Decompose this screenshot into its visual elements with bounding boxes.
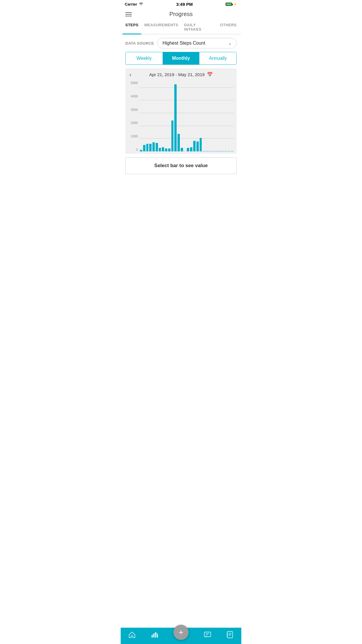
period-monthly[interactable]: Monthly xyxy=(163,52,200,64)
bars-wrapper xyxy=(139,81,234,151)
bar[interactable] xyxy=(152,142,155,151)
y-label-1: 1000 xyxy=(128,135,139,138)
y-label-3: 3000 xyxy=(128,108,139,111)
bar[interactable] xyxy=(143,145,145,151)
bar[interactable] xyxy=(181,148,183,151)
bar[interactable] xyxy=(206,151,208,151)
chart-header: ‹ Apr 21, 2019 - May 21, 2019 📅 xyxy=(128,72,234,77)
y-axis: 0 1000 2000 3000 4000 5000 xyxy=(128,81,139,151)
chart-date-range: Apr 21, 2019 - May 21, 2019 xyxy=(149,72,205,77)
status-time: 3:49 PM xyxy=(176,2,193,7)
bar[interactable] xyxy=(140,150,142,151)
data-source-row: DATA SOURCE Highest Steps Count ⌄ xyxy=(121,34,241,52)
y-label-2: 2000 xyxy=(128,121,139,125)
bar[interactable] xyxy=(212,151,215,151)
bar[interactable] xyxy=(225,151,227,151)
bar[interactable] xyxy=(187,148,189,151)
bar[interactable] xyxy=(165,148,167,151)
bar[interactable] xyxy=(228,151,230,151)
bar[interactable] xyxy=(231,151,233,151)
data-source-selected: Highest Steps Count xyxy=(162,41,205,46)
period-weekly[interactable]: Weekly xyxy=(126,52,163,64)
bar[interactable] xyxy=(215,151,217,151)
status-right: ⚡ xyxy=(226,2,237,6)
bar[interactable] xyxy=(159,148,161,151)
bolt-icon: ⚡ xyxy=(233,2,237,6)
period-toggle: Weekly Monthly Annually xyxy=(125,52,237,65)
tab-steps[interactable]: STEPS xyxy=(122,20,141,34)
bar[interactable] xyxy=(156,143,158,151)
bar[interactable] xyxy=(174,84,177,151)
calendar-icon[interactable]: 📅 xyxy=(207,72,213,77)
bar[interactable] xyxy=(190,147,192,151)
page-title: Progress xyxy=(169,11,193,18)
bar[interactable] xyxy=(218,151,221,151)
wifi-icon xyxy=(139,2,143,6)
data-source-label: DATA SOURCE xyxy=(125,41,154,46)
chart-area: 0 1000 2000 3000 4000 5000 xyxy=(128,81,234,151)
header: Progress xyxy=(121,8,241,20)
tab-daily-intakes[interactable]: DAILY INTAKES xyxy=(181,20,217,34)
main-tabs: STEPS MEASUREMENTS DAILY INTAKES OTHERS xyxy=(121,20,241,34)
bar[interactable] xyxy=(196,141,199,151)
bar[interactable] xyxy=(193,141,196,151)
chevron-down-icon: ⌄ xyxy=(228,41,232,46)
bar[interactable] xyxy=(209,151,211,151)
bar[interactable] xyxy=(203,151,205,151)
status-left: Carrier xyxy=(125,2,143,6)
bar[interactable] xyxy=(222,151,224,151)
bar[interactable] xyxy=(168,148,171,151)
chart-prev-button[interactable]: ‹ xyxy=(129,71,131,78)
chart-container: ‹ Apr 21, 2019 - May 21, 2019 📅 0 1000 2… xyxy=(125,68,237,154)
select-bar-box: Select bar to see value xyxy=(125,157,237,174)
y-label-0: 0 xyxy=(128,148,139,151)
carrier-text: Carrier xyxy=(125,2,137,6)
y-label-4: 4000 xyxy=(128,95,139,98)
y-label-5: 5000 xyxy=(128,81,139,85)
period-annually[interactable]: Annually xyxy=(199,52,236,64)
bar[interactable] xyxy=(162,147,164,151)
bar[interactable] xyxy=(149,144,152,151)
tab-others[interactable]: OTHERS xyxy=(217,20,240,34)
bar[interactable] xyxy=(146,144,149,151)
bars-area xyxy=(139,81,234,151)
bar[interactable] xyxy=(178,134,180,151)
bar[interactable] xyxy=(171,120,174,151)
bar[interactable] xyxy=(200,138,202,151)
battery-icon xyxy=(226,3,232,6)
status-bar: Carrier 3:49 PM ⚡ xyxy=(121,0,241,8)
data-source-dropdown[interactable]: Highest Steps Count ⌄ xyxy=(157,38,237,48)
menu-icon[interactable] xyxy=(125,12,132,16)
tab-measurements[interactable]: MEASUREMENTS xyxy=(141,20,181,34)
select-bar-text: Select bar to see value xyxy=(154,163,208,168)
